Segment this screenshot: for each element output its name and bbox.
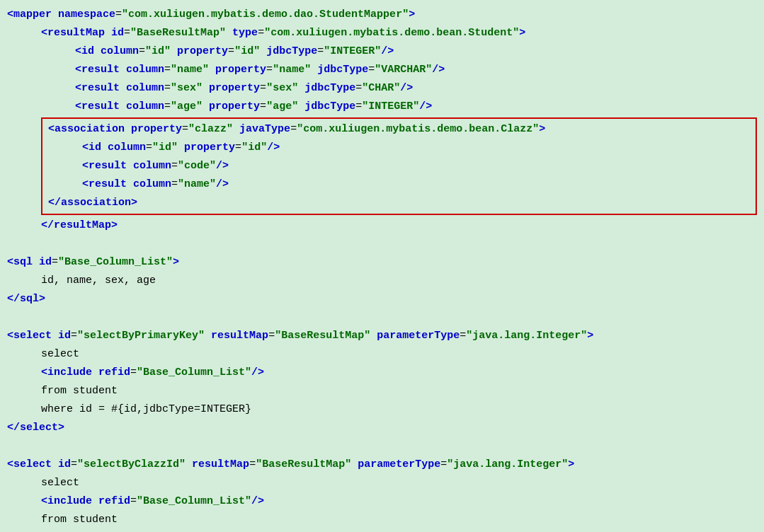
- line-select1-where: where id = #{id,jdbcType=INTEGER}: [7, 400, 757, 419]
- line-result-sex: <result column="sex" property="sex" jdbc…: [7, 79, 757, 98]
- line-select1-from: from student: [7, 382, 757, 400]
- blank-2: [7, 308, 757, 327]
- association-close: </association>: [48, 194, 750, 212]
- line-resultmap-close: </resultMap>: [7, 216, 757, 235]
- line-select2-include: <include refid="Base_Column_List"/>: [7, 492, 757, 511]
- line-id: <id column="id" property="id" jdbcType="…: [7, 42, 757, 61]
- line-result-name: <result column="name" property="name" jd…: [7, 61, 757, 79]
- association-block: <association property="clazz" javaType="…: [41, 117, 757, 215]
- association-id: <id column="id" property="id"/>: [48, 139, 750, 157]
- line-select1-open: <select id="selectByPrimaryKey" resultMa…: [7, 327, 757, 345]
- line-result-age: <result column="age" property="age" jdbc…: [7, 98, 757, 116]
- line-select2-select: select: [7, 474, 757, 492]
- line-mapper-open: <mapper namespace="com.xuliugen.mybatis.…: [7, 6, 757, 24]
- line-resultmap-open: <resultMap id="BaseResultMap" type="com.…: [7, 24, 757, 42]
- line-select2-open: <select id="selectByClazzId" resultMap="…: [7, 456, 757, 474]
- blank-1: [7, 235, 757, 253]
- line-select2-from: from student: [7, 511, 757, 529]
- association-result-code: <result column="code"/>: [48, 157, 750, 175]
- code-container: <mapper namespace="com.xuliugen.mybatis.…: [0, 0, 764, 532]
- line-sql-close: </sql>: [7, 290, 757, 308]
- blank-3: [7, 437, 757, 456]
- tag-mapper: <mapper: [7, 8, 52, 21]
- line-sql-columns: id, name, sex, age: [7, 272, 757, 290]
- association-open: <association property="clazz" javaType="…: [48, 120, 750, 139]
- line-select1-close: </select>: [7, 419, 757, 437]
- line-select1-select: select: [7, 345, 757, 364]
- line-sql-open: <sql id="Base_Column_List">: [7, 253, 757, 272]
- line-select2-where: where clazz_id = #{clazzId,jdbcType=INTE…: [7, 529, 757, 532]
- line-select1-include: <include refid="Base_Column_List"/>: [7, 364, 757, 382]
- association-result-name: <result column="name"/>: [48, 175, 750, 194]
